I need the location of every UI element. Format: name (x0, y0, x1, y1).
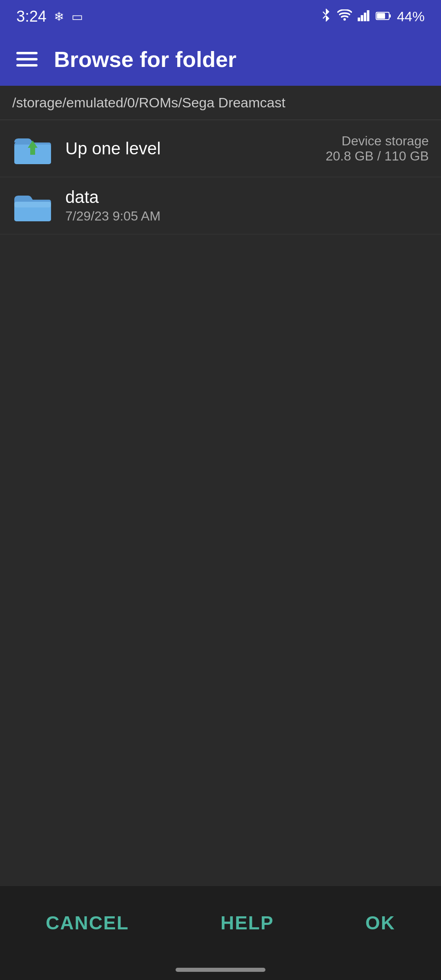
svg-rect-6 (367, 10, 369, 21)
svg-rect-9 (377, 13, 385, 19)
hamburger-line (16, 52, 38, 54)
menu-button[interactable] (12, 48, 42, 71)
snowflake-icon: ❄ (54, 9, 64, 24)
battery-icon (376, 9, 391, 23)
bottom-bar: CANCEL HELP OK (0, 886, 441, 960)
up-one-level-info: Up one level (65, 139, 325, 158)
toolbar: Browse for folder (0, 33, 441, 86)
hamburger-line (16, 58, 38, 60)
wifi-icon (337, 9, 352, 24)
svg-point-2 (343, 18, 346, 20)
page-title: Browse for folder (54, 47, 236, 72)
storage-label: Device storage (342, 134, 429, 149)
ok-button[interactable]: OK (349, 904, 412, 942)
battery-percent: 44% (397, 9, 425, 24)
hamburger-line (16, 64, 38, 67)
data-folder-icon (12, 185, 53, 226)
help-button[interactable]: HELP (204, 904, 290, 942)
main-content: /storage/emulated/0/ROMs/Sega Dreamcast … (0, 86, 441, 886)
status-bar-left: 3:24 ❄ ▭ (16, 8, 83, 25)
storage-value: 20.8 GB / 110 GB (325, 149, 429, 164)
svg-rect-15 (14, 202, 51, 207)
screen-icon: ▭ (71, 9, 83, 24)
svg-rect-3 (358, 18, 360, 21)
svg-rect-5 (364, 13, 366, 21)
up-one-level-label: Up one level (65, 139, 325, 158)
svg-line-0 (323, 11, 326, 14)
data-folder-date: 7/29/23 9:05 AM (65, 209, 429, 224)
cancel-button[interactable]: CANCEL (29, 904, 145, 942)
svg-rect-4 (361, 15, 363, 21)
bluetooth-icon (320, 8, 332, 25)
data-folder-item[interactable]: data 7/29/23 9:05 AM (0, 177, 441, 234)
current-path: /storage/emulated/0/ROMs/Sega Dreamcast (12, 95, 285, 110)
nav-bar (0, 960, 441, 980)
svg-rect-8 (390, 14, 391, 18)
status-bar: 3:24 ❄ ▭ (0, 0, 441, 33)
svg-line-1 (323, 16, 326, 18)
nav-pill (176, 968, 265, 972)
path-bar: /storage/emulated/0/ROMs/Sega Dreamcast (0, 86, 441, 120)
data-folder-name: data (65, 187, 429, 207)
up-one-level-item[interactable]: Up one level Device storage 20.8 GB / 11… (0, 120, 441, 177)
signal-icon (358, 9, 370, 24)
data-folder-info: data 7/29/23 9:05 AM (65, 187, 429, 224)
storage-info: Device storage 20.8 GB / 110 GB (325, 134, 429, 164)
status-time: 3:24 (16, 8, 47, 25)
up-folder-icon (12, 128, 53, 169)
status-bar-right: 44% (320, 8, 425, 25)
